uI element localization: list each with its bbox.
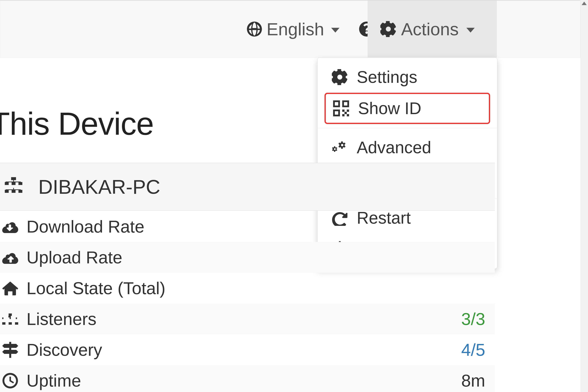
cog-icon xyxy=(380,21,396,37)
row-value[interactable]: 4/5 xyxy=(461,340,495,360)
row-value[interactable]: 3/3 xyxy=(461,309,495,329)
language-menu[interactable]: English xyxy=(237,1,349,58)
device-icon xyxy=(5,176,22,198)
sitemap-icon xyxy=(2,311,18,327)
row-label: Listeners xyxy=(26,309,96,329)
caret-down-icon xyxy=(331,28,340,32)
language-label: English xyxy=(266,19,324,39)
cloud-upload-icon xyxy=(2,250,18,266)
page-title: This Device xyxy=(0,105,154,142)
cog-icon xyxy=(332,69,348,85)
row-label: Upload Rate xyxy=(26,248,122,267)
row-label: Uptime xyxy=(26,370,81,390)
home-icon xyxy=(2,280,18,296)
row-listeners: Listeners 3/3 xyxy=(0,304,495,334)
row-label: Local State (Total) xyxy=(26,278,165,298)
scrollbar[interactable] xyxy=(580,0,588,392)
menu-item-advanced[interactable]: Advanced xyxy=(318,132,497,163)
row-label: Discovery xyxy=(26,340,102,360)
device-name: DIBAKAR-PC xyxy=(38,176,160,198)
row-upload-rate: Upload Rate xyxy=(0,242,495,273)
row-discovery: Discovery 4/5 xyxy=(0,334,495,365)
scroll-up-arrow-icon[interactable] xyxy=(582,2,587,5)
cogs-icon xyxy=(332,140,348,156)
qrcode-icon xyxy=(333,100,349,116)
row-local-state: Local State (Total) xyxy=(0,273,495,304)
row-value: 8m xyxy=(461,370,495,390)
dropdown-divider xyxy=(318,128,497,128)
menu-item-show-id[interactable]: Show ID xyxy=(324,93,490,124)
cloud-download-icon xyxy=(2,219,18,235)
device-panel-header[interactable]: DIBAKAR-PC xyxy=(0,163,495,211)
menu-label: Show ID xyxy=(358,99,421,118)
menu-label: Advanced xyxy=(357,138,431,157)
globe-icon xyxy=(246,21,262,37)
actions-label: Actions xyxy=(401,19,459,39)
menu-label: Settings xyxy=(357,68,417,87)
signpost-icon xyxy=(2,342,18,358)
menu-item-settings[interactable]: Settings xyxy=(318,62,497,93)
clock-icon xyxy=(2,373,18,389)
actions-menu-button[interactable]: Actions xyxy=(368,1,497,58)
row-download-rate: Download Rate xyxy=(0,211,495,242)
device-stats: Download Rate Upload Rate Local State (T… xyxy=(0,211,495,392)
caret-down-icon xyxy=(466,28,475,32)
row-label: Download Rate xyxy=(26,216,144,236)
row-uptime: Uptime 8m xyxy=(0,365,495,392)
